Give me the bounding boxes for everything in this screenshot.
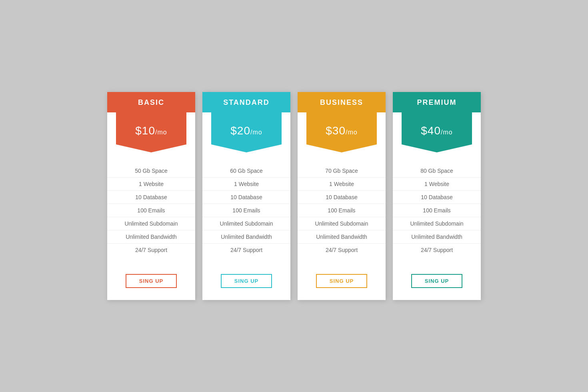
plan-name-business: BUSINESS xyxy=(320,98,363,106)
price-badge-inner-basic: $10/mo xyxy=(116,112,186,152)
pricing-card-basic: BASIC$10/mo50 Gb Space1 Website10 Databa… xyxy=(107,92,195,300)
feature-item: Unlimited Subdomain xyxy=(298,217,386,230)
feature-item: 1 Website xyxy=(107,178,195,191)
feature-item: 24/7 Support xyxy=(202,244,290,256)
price-per-mo-standard: /mo xyxy=(250,129,262,136)
feature-item: 70 Gb Space xyxy=(298,164,386,178)
feature-item: 100 Emails xyxy=(393,204,481,217)
price-dollar-business: $30 xyxy=(326,124,346,137)
signup-button-basic[interactable]: SING UP xyxy=(126,274,177,288)
price-badge-premium: $40/mo xyxy=(402,112,472,152)
price-per-mo-business: /mo xyxy=(346,129,358,136)
price-badge-inner-business: $30/mo xyxy=(306,112,377,152)
feature-item: 1 Website xyxy=(298,178,386,191)
feature-item: 10 Database xyxy=(202,191,290,204)
features-list-basic: 50 Gb Space1 Website10 Database100 Email… xyxy=(107,164,195,264)
price-text-premium: $40/mo xyxy=(406,121,468,138)
feature-item: Unlimited Subdomain xyxy=(202,217,290,230)
price-per-mo-basic: /mo xyxy=(155,129,167,136)
price-dollar-premium: $40 xyxy=(421,124,441,137)
feature-item: Unlimited Bandwidth xyxy=(298,230,386,244)
card-header-business: BUSINESS xyxy=(298,92,386,112)
feature-item: 100 Emails xyxy=(202,204,290,217)
feature-item: 100 Emails xyxy=(298,204,386,217)
feature-item: 60 Gb Space xyxy=(202,164,290,178)
card-header-basic: BASIC xyxy=(107,92,195,112)
price-badge-basic: $10/mo xyxy=(116,112,186,152)
feature-item: 10 Database xyxy=(298,191,386,204)
feature-item: 10 Database xyxy=(393,191,481,204)
feature-item: 10 Database xyxy=(107,191,195,204)
feature-item: Unlimited Bandwidth xyxy=(107,230,195,244)
pricing-card-standard: STANDARD$20/mo60 Gb Space1 Website10 Dat… xyxy=(202,92,290,300)
feature-item: Unlimited Subdomain xyxy=(107,217,195,230)
features-list-business: 70 Gb Space1 Website10 Database100 Email… xyxy=(298,164,386,264)
price-badge-standard: $20/mo xyxy=(211,112,282,152)
price-text-standard: $20/mo xyxy=(215,121,278,138)
pricing-section: BASIC$10/mo50 Gb Space1 Website10 Databa… xyxy=(91,76,497,316)
feature-item: Unlimited Bandwidth xyxy=(393,230,481,244)
price-badge-inner-premium: $40/mo xyxy=(402,112,472,152)
feature-item: 50 Gb Space xyxy=(107,164,195,178)
signup-button-business[interactable]: SING UP xyxy=(316,274,367,288)
feature-item: 100 Emails xyxy=(107,204,195,217)
feature-item: 1 Website xyxy=(393,178,481,191)
feature-item: Unlimited Bandwidth xyxy=(202,230,290,244)
feature-item: 24/7 Support xyxy=(107,244,195,256)
feature-item: Unlimited Subdomain xyxy=(393,217,481,230)
feature-item: 24/7 Support xyxy=(298,244,386,256)
card-header-premium: PREMIUM xyxy=(393,92,481,112)
feature-item: 80 Gb Space xyxy=(393,164,481,178)
price-per-mo-premium: /mo xyxy=(441,129,453,136)
price-text-business: $30/mo xyxy=(310,121,373,138)
signup-button-standard[interactable]: SING UP xyxy=(221,274,272,288)
plan-name-premium: PREMIUM xyxy=(417,98,457,106)
features-list-standard: 60 Gb Space1 Website10 Database100 Email… xyxy=(202,164,290,264)
price-text-basic: $10/mo xyxy=(120,121,182,138)
price-dollar-basic: $10 xyxy=(135,124,155,137)
price-badge-inner-standard: $20/mo xyxy=(211,112,282,152)
feature-item: 24/7 Support xyxy=(393,244,481,256)
pricing-card-premium: PREMIUM$40/mo80 Gb Space1 Website10 Data… xyxy=(393,92,481,300)
price-badge-business: $30/mo xyxy=(306,112,377,152)
signup-button-premium[interactable]: SING UP xyxy=(411,274,462,288)
plan-name-basic: BASIC xyxy=(138,98,164,106)
card-header-standard: STANDARD xyxy=(202,92,290,112)
pricing-card-business: BUSINESS$30/mo70 Gb Space1 Website10 Dat… xyxy=(298,92,386,300)
price-dollar-standard: $20 xyxy=(230,124,250,137)
plan-name-standard: STANDARD xyxy=(223,98,270,106)
feature-item: 1 Website xyxy=(202,178,290,191)
features-list-premium: 80 Gb Space1 Website10 Database100 Email… xyxy=(393,164,481,264)
